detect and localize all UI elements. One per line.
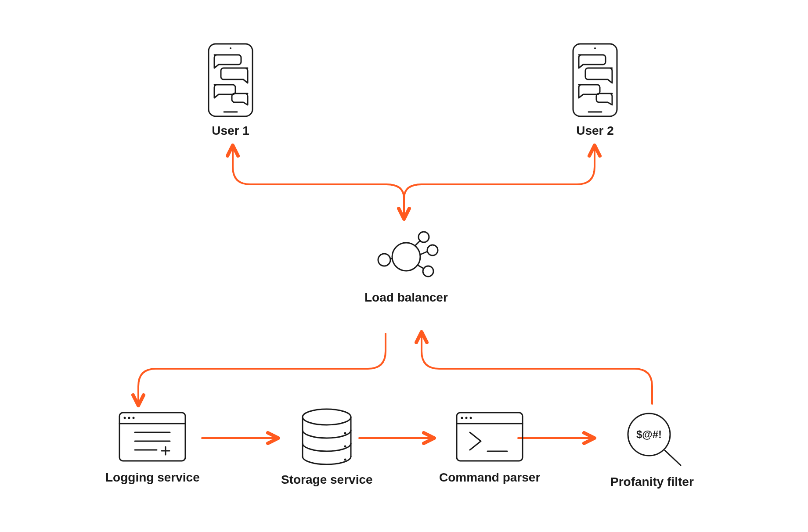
node-logging-service: Logging service	[105, 408, 200, 485]
svg-point-13	[423, 266, 433, 277]
node-load-balancer: Load balancer	[364, 224, 448, 305]
svg-line-36	[665, 450, 681, 465]
load-balancer-label: Load balancer	[364, 291, 448, 305]
profanity-filter-label: Profanity filter	[610, 475, 694, 489]
magnifier-profanity-icon: $@#!	[615, 408, 689, 470]
phone-chat-icon	[202, 42, 259, 119]
command-parser-label: Command parser	[439, 471, 540, 485]
logging-service-label: Logging service	[105, 471, 200, 485]
svg-point-6	[392, 243, 420, 271]
logging-service-icon	[115, 408, 190, 465]
load-balancer-icon	[367, 224, 446, 285]
svg-line-14	[418, 266, 424, 269]
phone-chat-icon	[566, 42, 624, 119]
svg-point-1	[230, 47, 231, 49]
storage-service-label: Storage service	[281, 473, 373, 487]
svg-line-8	[390, 259, 392, 259]
svg-point-7	[378, 254, 390, 266]
svg-point-33	[470, 417, 472, 419]
node-profanity-filter: $@#! Profanity filter	[610, 408, 694, 489]
node-user-2: User 2	[566, 42, 624, 138]
svg-rect-15	[119, 413, 185, 461]
node-command-parser: Command parser	[439, 408, 540, 485]
svg-point-11	[427, 245, 438, 255]
svg-point-25	[303, 409, 351, 425]
architecture-diagram: User 1 User 2 Load balancer	[0, 0, 808, 532]
terminal-icon	[452, 408, 527, 465]
svg-point-4	[594, 47, 596, 49]
svg-line-12	[420, 252, 427, 255]
node-user-1: User 1	[202, 42, 259, 138]
svg-point-28	[344, 459, 346, 461]
svg-point-27	[344, 446, 346, 448]
svg-point-17	[124, 417, 126, 419]
node-storage-service: Storage service	[281, 406, 373, 487]
svg-rect-29	[457, 413, 523, 461]
svg-point-19	[133, 417, 135, 419]
svg-line-10	[415, 241, 420, 246]
user-2-label: User 2	[576, 124, 614, 138]
svg-point-26	[344, 432, 346, 435]
profanity-glyph: $@#!	[636, 428, 662, 440]
svg-point-18	[128, 417, 130, 419]
svg-point-31	[461, 417, 463, 419]
user-1-label: User 1	[212, 124, 249, 138]
svg-point-32	[465, 417, 468, 419]
database-icon	[292, 406, 362, 467]
